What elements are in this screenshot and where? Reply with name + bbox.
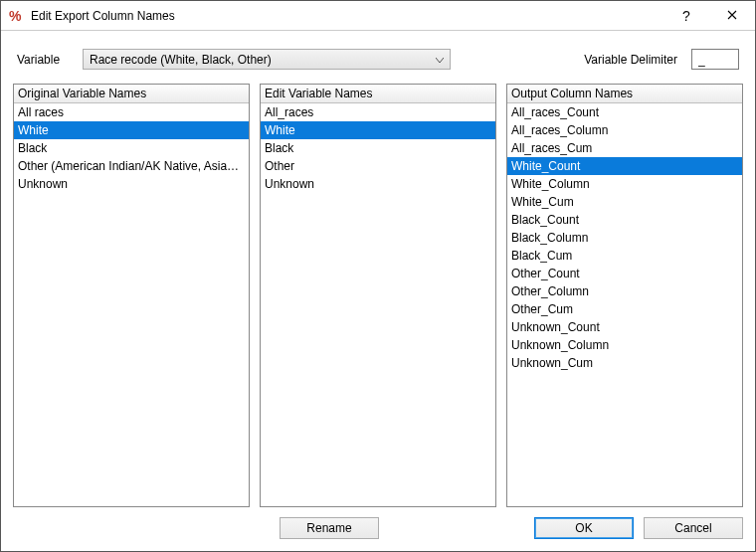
- rename-button[interactable]: Rename: [280, 517, 379, 539]
- list-item[interactable]: Black_Cum: [507, 247, 742, 265]
- window-title: Edit Export Column Names: [31, 9, 175, 23]
- list-original[interactable]: All racesWhiteBlackOther (American India…: [14, 103, 249, 506]
- variable-row: Variable Race recode (White, Black, Othe…: [1, 31, 755, 84]
- list-item[interactable]: White_Cum: [507, 193, 742, 211]
- list-item[interactable]: Other (American Indian/AK Native, Asian/…: [14, 157, 249, 175]
- list-item[interactable]: All_races_Count: [507, 103, 742, 121]
- panel-output: Output Column Names All_races_CountAll_r…: [506, 84, 743, 507]
- delimiter-input[interactable]: [691, 49, 739, 70]
- list-item[interactable]: White_Count: [507, 157, 742, 175]
- list-item[interactable]: White: [14, 121, 249, 139]
- list-item[interactable]: Other: [261, 157, 495, 175]
- list-item[interactable]: White: [261, 121, 495, 139]
- list-item[interactable]: All_races_Cum: [507, 139, 742, 157]
- list-item[interactable]: Unknown_Column: [507, 336, 742, 354]
- list-item[interactable]: All_races: [261, 103, 495, 121]
- list-item[interactable]: Other_Column: [507, 282, 742, 300]
- svg-text:%: %: [9, 8, 22, 24]
- help-button[interactable]: ?: [663, 1, 709, 31]
- list-item[interactable]: Unknown: [261, 175, 495, 193]
- cancel-button-label: Cancel: [674, 521, 711, 535]
- list-item[interactable]: Black_Column: [507, 229, 742, 247]
- panel-edit-header: Edit Variable Names: [261, 85, 495, 103]
- list-item[interactable]: Other_Count: [507, 265, 742, 282]
- variable-combo-value: Race recode (White, Black, Other): [90, 53, 272, 67]
- list-item[interactable]: Unknown: [14, 175, 249, 193]
- list-output[interactable]: All_races_CountAll_races_ColumnAll_races…: [507, 103, 742, 506]
- chevron-down-icon: [436, 53, 444, 67]
- dialog-window: % Edit Export Column Names ? Variable Ra…: [0, 0, 756, 552]
- delimiter-label: Variable Delimiter: [584, 53, 677, 67]
- rename-button-label: Rename: [306, 521, 351, 535]
- titlebar: % Edit Export Column Names ?: [1, 1, 755, 31]
- close-icon: [727, 9, 737, 23]
- lists-area: Original Variable Names All racesWhiteBl…: [1, 84, 755, 507]
- variable-combo[interactable]: Race recode (White, Black, Other): [83, 49, 451, 70]
- variable-label: Variable: [17, 53, 77, 67]
- panel-edit: Edit Variable Names All_racesWhiteBlackO…: [260, 84, 496, 507]
- list-item[interactable]: Black: [14, 139, 249, 157]
- panel-original-header: Original Variable Names: [14, 85, 249, 103]
- list-item[interactable]: Black_Count: [507, 211, 742, 229]
- ok-button[interactable]: OK: [534, 517, 634, 539]
- ok-button-label: OK: [575, 521, 592, 535]
- app-icon: %: [9, 8, 25, 24]
- list-item[interactable]: Unknown_Cum: [507, 354, 742, 372]
- list-edit[interactable]: All_racesWhiteBlackOtherUnknown: [261, 103, 495, 506]
- list-item[interactable]: All races: [14, 103, 249, 121]
- panel-output-header: Output Column Names: [507, 85, 742, 103]
- list-item[interactable]: White_Column: [507, 175, 742, 193]
- close-button[interactable]: [709, 1, 755, 31]
- panel-original: Original Variable Names All racesWhiteBl…: [13, 84, 250, 507]
- button-bar: Rename OK Cancel: [1, 507, 755, 551]
- list-item[interactable]: Black: [261, 139, 495, 157]
- list-item[interactable]: Other_Cum: [507, 300, 742, 318]
- list-item[interactable]: All_races_Column: [507, 121, 742, 139]
- list-item[interactable]: Unknown_Count: [507, 318, 742, 336]
- cancel-button[interactable]: Cancel: [644, 517, 743, 539]
